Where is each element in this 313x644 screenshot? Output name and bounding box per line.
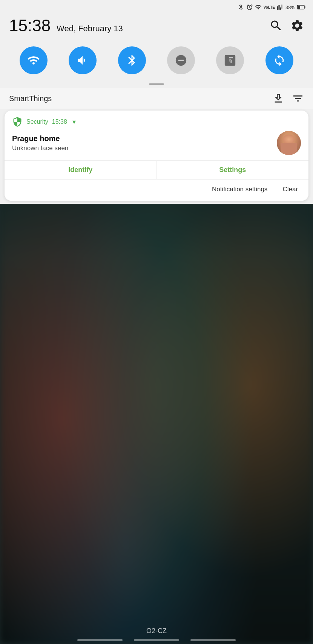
drag-bar — [149, 83, 164, 85]
notif-app-name: Security — [26, 118, 48, 125]
notif-bottom-actions: Notification settings Clear — [5, 179, 308, 201]
smartthings-actions — [272, 92, 304, 105]
time-date-actions — [269, 19, 304, 32]
status-bar: VoLTE 38% — [0, 0, 313, 12]
notification-main: Security 15:38 ▾ Prague home Unknown fac… — [5, 111, 308, 160]
time-display: 15:38 — [9, 16, 51, 35]
notification-card: Security 15:38 ▾ Prague home Unknown fac… — [5, 111, 308, 201]
face-thumbnail — [277, 131, 301, 155]
status-icons: VoLTE 38% — [238, 4, 305, 11]
face-image — [277, 131, 301, 155]
notif-time: 15:38 — [52, 118, 67, 125]
nav-pill-right — [190, 639, 236, 641]
nfc-toggle[interactable] — [216, 46, 244, 74]
identify-button[interactable]: Identify — [5, 161, 157, 179]
battery-icon — [297, 5, 305, 10]
notif-header-row: Security 15:38 ▾ — [12, 117, 301, 127]
smartthings-header: SmartThings — [0, 88, 313, 109]
notif-content-row: Prague home Unknown face seen — [12, 131, 301, 155]
security-app-icon — [12, 117, 23, 127]
notif-message: Unknown face seen — [12, 144, 277, 152]
expand-icon[interactable]: ▾ — [72, 118, 76, 126]
wifi-toggle[interactable] — [20, 46, 48, 74]
search-icon[interactable] — [269, 19, 283, 32]
bottom-nav-pills — [0, 639, 313, 641]
carrier-bar: O2-CZ — [0, 627, 313, 635]
nav-pill-left — [77, 639, 123, 641]
dnd-toggle[interactable] — [167, 46, 195, 74]
alarm-icon — [246, 4, 253, 11]
settings-button[interactable]: Settings — [157, 161, 309, 179]
drag-handle — [0, 82, 313, 88]
smartthings-title: SmartThings — [9, 94, 52, 103]
smartthings-settings-icon[interactable] — [292, 92, 304, 105]
svg-rect-2 — [305, 6, 305, 8]
date-display: Wed, February 13 — [57, 24, 123, 34]
notification-panel: VoLTE 38% 15:38 Wed, February 13 — [0, 0, 313, 204]
volte-icon: VoLTE — [264, 5, 275, 9]
bluetooth-toggle[interactable] — [118, 46, 146, 74]
settings-gear-icon[interactable] — [290, 19, 304, 32]
notification-settings-button[interactable]: Notification settings — [209, 183, 270, 195]
clear-button[interactable]: Clear — [279, 183, 301, 195]
bluetooth-icon — [238, 4, 244, 11]
svg-rect-1 — [298, 6, 300, 9]
notif-text: Prague home Unknown face seen — [12, 134, 277, 152]
notif-location: Prague home — [12, 134, 277, 143]
time-date-left: 15:38 Wed, February 13 — [9, 16, 123, 35]
signal-icon — [277, 4, 284, 11]
sound-toggle[interactable] — [69, 46, 97, 74]
carrier-text: O2-CZ — [146, 627, 167, 635]
notif-actions: Identify Settings — [5, 160, 308, 179]
smartthings-download-icon[interactable] — [272, 92, 284, 105]
nav-pill-center — [134, 639, 179, 641]
quick-toggles — [0, 43, 313, 82]
sync-toggle[interactable] — [265, 46, 293, 74]
time-date-row: 15:38 Wed, February 13 — [0, 12, 313, 43]
wifi-status-icon — [255, 4, 262, 11]
battery-percentage: 38% — [285, 5, 295, 10]
